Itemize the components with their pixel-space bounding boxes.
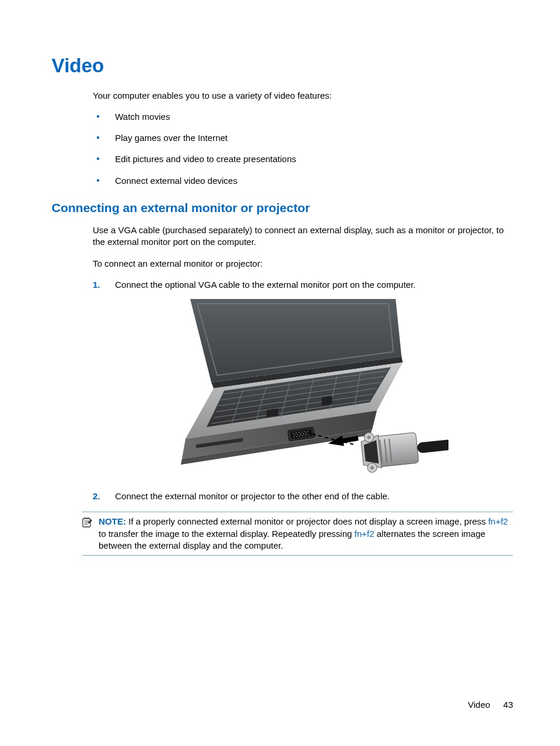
note-block: NOTE: If a properly connected external m… bbox=[82, 512, 513, 556]
svg-rect-39 bbox=[322, 396, 332, 406]
page-title: Video bbox=[52, 53, 513, 79]
intro-paragraph: Your computer enables you to use a varie… bbox=[93, 90, 513, 102]
list-item: Connect external video devices bbox=[93, 175, 513, 187]
note-part: to transfer the image to the external di… bbox=[99, 529, 355, 539]
note-label: NOTE: bbox=[99, 516, 126, 526]
step-text: Connect the external monitor or projecto… bbox=[115, 491, 390, 501]
step-number: 1. bbox=[93, 279, 100, 291]
laptop-vga-illustration bbox=[178, 299, 448, 481]
page-footer: Video 43 bbox=[468, 699, 513, 711]
step-text: Connect the optional VGA cable to the ex… bbox=[115, 280, 416, 290]
note-text: NOTE: If a properly connected external m… bbox=[99, 516, 513, 552]
step-item: 1. Connect the optional VGA cable to the… bbox=[93, 279, 513, 481]
key-combo: fn+f2 bbox=[355, 529, 375, 539]
note-part: If a properly connected external monitor… bbox=[129, 516, 488, 526]
list-item: Edit pictures and video to create presen… bbox=[93, 153, 513, 165]
body-paragraph: To connect an external monitor or projec… bbox=[93, 258, 513, 270]
page-number: 43 bbox=[503, 700, 513, 710]
step-number: 2. bbox=[93, 490, 100, 502]
list-item: Watch movies bbox=[93, 111, 513, 123]
feature-list: Watch movies Play games over the Interne… bbox=[93, 111, 513, 187]
list-item: Play games over the Internet bbox=[93, 132, 513, 144]
svg-rect-53 bbox=[417, 439, 448, 453]
footer-section: Video bbox=[468, 700, 490, 710]
note-icon bbox=[82, 517, 93, 552]
step-item: 2. Connect the external monitor or proje… bbox=[93, 490, 513, 502]
steps-list: 1. Connect the optional VGA cable to the… bbox=[93, 279, 513, 503]
key-combo: fn+f2 bbox=[488, 516, 508, 526]
body-paragraph: Use a VGA cable (purchased separately) t… bbox=[93, 224, 513, 248]
section-heading: Connecting an external monitor or projec… bbox=[52, 200, 513, 216]
